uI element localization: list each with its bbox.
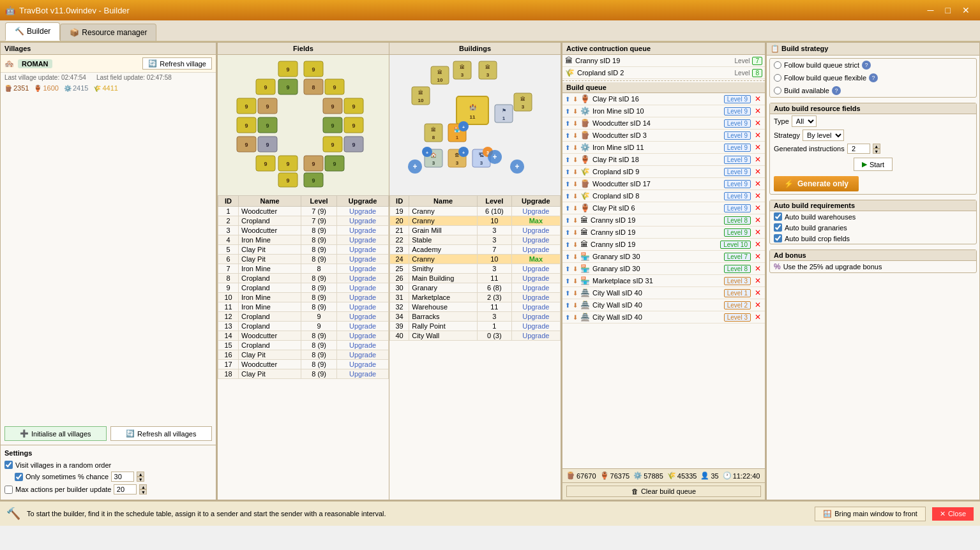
refresh-village-button[interactable]: 🔄 Refresh village	[142, 57, 212, 70]
queue-item-reorder-up[interactable]: ⬆	[565, 168, 570, 175]
auto-warehouses-checkbox[interactable]	[774, 212, 782, 221]
only-sometimes-spinner[interactable]: ▲ ▼	[137, 472, 144, 482]
field-upgrade[interactable]: Upgrade	[337, 302, 389, 312]
field-upgrade[interactable]: Upgrade	[337, 360, 389, 369]
queue-item-delete[interactable]: ✕	[753, 252, 762, 261]
queue-item[interactable]: ⬆ ⬇ 🏯 City Wall sID 40 Level 2 ✕	[562, 299, 765, 311]
queue-item-reorder-down[interactable]: ⬇	[573, 193, 578, 200]
fields-table-row[interactable]: 13 Cropland 9 Upgrade	[218, 322, 389, 331]
queue-item[interactable]: ⬆ ⬇ 🏛 Cranny sID 19 Level 8 ✕	[562, 214, 765, 227]
queue-item[interactable]: ⬆ ⬇ 🌾 Cropland sID 9 Level 9 ✕	[562, 166, 765, 178]
follow-queue-strict-help[interactable]: ?	[862, 61, 871, 70]
queue-item-reorder-up[interactable]: ⬆	[565, 96, 570, 103]
tab-resource-manager[interactable]: 📦 Resource manager	[60, 24, 156, 41]
gen-instr-up[interactable]: ▲	[873, 144, 880, 149]
fields-table-row[interactable]: 3 Woodcutter 8 (9) Upgrade	[218, 226, 389, 235]
maximize-button[interactable]: □	[940, 4, 956, 17]
build-available-radio[interactable]	[774, 87, 781, 94]
fields-table-row[interactable]: 12 Cropland 9 Upgrade	[218, 312, 389, 322]
active-queue-item[interactable]: 🏛 Cranny sID 19 Level 7	[562, 55, 765, 67]
type-select[interactable]: All	[792, 115, 817, 127]
only-sometimes-down[interactable]: ▼	[137, 477, 144, 482]
fields-map[interactable]: 9 9 9 9 8 9 9	[218, 55, 389, 195]
buildings-table-row[interactable]: 34 Barracks 3 Upgrade	[390, 312, 561, 322]
queue-item[interactable]: ⬆ ⬇ 🏺 Clay Pit sID 16 Level 9 ✕	[562, 93, 765, 105]
field-upgrade[interactable]: Upgrade	[337, 283, 389, 293]
field-upgrade[interactable]: Upgrade	[337, 235, 389, 245]
strategy-select[interactable]: By level	[803, 130, 844, 141]
queue-item[interactable]: ⬆ ⬇ 🌾 Cropland sID 8 Level 9 ✕	[562, 190, 765, 202]
queue-item-reorder-down[interactable]: ⬇	[573, 108, 578, 115]
queue-item-reorder-up[interactable]: ⬆	[565, 181, 570, 188]
queue-item-delete[interactable]: ✕	[753, 167, 762, 176]
buildings-table-row[interactable]: 25 Smithy 3 Upgrade	[390, 264, 561, 274]
auto-crop-fields-checkbox[interactable]	[774, 234, 782, 242]
queue-item-reorder-up[interactable]: ⬆	[565, 302, 570, 309]
buildings-map[interactable]: 🏛 10 🏛 3 🏛 3	[389, 55, 561, 195]
bld-upgrade[interactable]: Upgrade	[511, 331, 560, 341]
queue-item-reorder-down[interactable]: ⬇	[573, 229, 578, 236]
fields-table-row[interactable]: 10 Iron Mine 8 (9) Upgrade	[218, 293, 389, 302]
queue-item-reorder-down[interactable]: ⬇	[573, 120, 578, 127]
queue-item-reorder-up[interactable]: ⬆	[565, 217, 570, 224]
queue-item[interactable]: ⬆ ⬇ ⚙️ Iron Mine sID 10 Level 9 ✕	[562, 105, 765, 117]
fields-table-row[interactable]: 8 Cropland 8 (9) Upgrade	[218, 274, 389, 283]
queue-item-reorder-up[interactable]: ⬆	[565, 205, 570, 212]
queue-item-delete[interactable]: ✕	[753, 288, 762, 297]
queue-item-reorder-down[interactable]: ⬇	[573, 168, 578, 175]
only-sometimes-checkbox[interactable]	[15, 473, 23, 481]
field-upgrade[interactable]: Upgrade	[337, 293, 389, 302]
queue-item-reorder-down[interactable]: ⬇	[573, 144, 578, 151]
queue-item-reorder-down[interactable]: ⬇	[573, 290, 578, 297]
queue-item[interactable]: ⬆ ⬇ 🏪 Granary sID 30 Level 8 ✕	[562, 263, 765, 275]
follow-queue-flexible-radio[interactable]	[774, 74, 781, 82]
tab-builder[interactable]: 🔨 Builder	[5, 22, 60, 41]
queue-item[interactable]: ⬆ ⬇ 🏺 Clay Pit sID 6 Level 9 ✕	[562, 202, 765, 214]
fields-table-row[interactable]: 14 Woodcutter 8 (9) Upgrade	[218, 331, 389, 341]
field-upgrade[interactable]: Upgrade	[337, 312, 389, 322]
queue-item-delete[interactable]: ✕	[753, 131, 762, 140]
queue-item-delete[interactable]: ✕	[753, 107, 762, 115]
follow-queue-strict-radio[interactable]	[774, 61, 781, 69]
buildings-table-row[interactable]: 22 Stable 3 Upgrade	[390, 235, 561, 245]
bring-main-window-button[interactable]: 🪟 Bring main window to front	[815, 507, 926, 521]
buildings-table-row[interactable]: 30 Granary 6 (8) Upgrade	[390, 283, 561, 293]
bld-upgrade[interactable]: Upgrade	[511, 235, 560, 245]
max-actions-spinner[interactable]: ▲ ▼	[139, 484, 147, 494]
field-upgrade[interactable]: Upgrade	[337, 350, 389, 360]
fields-table-row[interactable]: 18 Clay Pit 8 (9) Upgrade	[218, 369, 389, 379]
buildings-table-row[interactable]: 26 Main Building 11 Upgrade	[390, 274, 561, 283]
queue-item[interactable]: ⬆ ⬇ 🏯 City Wall sID 40 Level 1 ✕	[562, 287, 765, 299]
bld-upgrade[interactable]: Upgrade	[511, 283, 560, 293]
buildings-table-row[interactable]: 23 Academy 7 Upgrade	[390, 245, 561, 255]
queue-item-reorder-up[interactable]: ⬆	[565, 290, 570, 297]
fields-table-row[interactable]: 6 Clay Pit 8 (9) Upgrade	[218, 255, 389, 264]
fields-table-row[interactable]: 1 Woodcutter 7 (9) Upgrade	[218, 207, 389, 216]
field-upgrade[interactable]: Upgrade	[337, 264, 389, 274]
queue-item-reorder-down[interactable]: ⬇	[573, 241, 578, 248]
queue-item[interactable]: ⬆ ⬇ 🏺 Clay Pit sID 18 Level 9 ✕	[562, 154, 765, 166]
queue-item-reorder-down[interactable]: ⬇	[573, 181, 578, 188]
queue-item-reorder-up[interactable]: ⬆	[565, 241, 570, 248]
gen-instr-down[interactable]: ▼	[873, 149, 880, 154]
queue-item-delete[interactable]: ✕	[753, 204, 762, 212]
buildings-table-row[interactable]: 40 City Wall 0 (3) Upgrade	[390, 331, 561, 341]
queue-item-delete[interactable]: ✕	[753, 264, 762, 273]
queue-item[interactable]: ⬆ ⬇ 🏪 Granary sID 30 Level 7 ✕	[562, 251, 765, 263]
max-actions-up[interactable]: ▲	[139, 484, 147, 489]
queue-item-reorder-down[interactable]: ⬇	[573, 156, 578, 163]
gen-instructions-spinner[interactable]: ▲ ▼	[873, 144, 880, 154]
queue-item-delete[interactable]: ✕	[753, 276, 762, 285]
queue-item-reorder-down[interactable]: ⬇	[573, 314, 578, 321]
queue-item-reorder-down[interactable]: ⬇	[573, 302, 578, 309]
refresh-all-villages-button[interactable]: 🔄 Refresh all villages	[110, 426, 213, 441]
fields-table-row[interactable]: 9 Cropland 8 (9) Upgrade	[218, 283, 389, 293]
minimize-button[interactable]: ─	[923, 4, 939, 17]
bld-upgrade[interactable]: Upgrade	[511, 312, 560, 322]
bld-upgrade[interactable]: Upgrade	[511, 264, 560, 274]
field-upgrade[interactable]: Upgrade	[337, 322, 389, 331]
clear-build-queue-button[interactable]: 🗑 Clear build queue	[566, 486, 761, 497]
field-upgrade[interactable]: Upgrade	[337, 207, 389, 216]
queue-item-reorder-down[interactable]: ⬇	[573, 217, 578, 224]
bld-upgrade[interactable]: Upgrade	[511, 226, 560, 235]
